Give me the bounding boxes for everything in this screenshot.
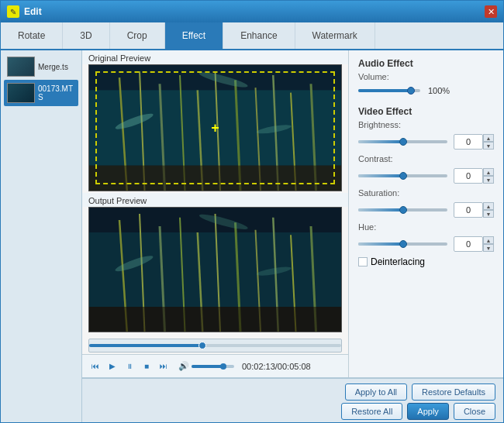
contrast-value[interactable]: 0: [454, 168, 483, 184]
apply-button[interactable]: Apply: [407, 403, 449, 420]
deinterlacing-checkbox[interactable]: [358, 257, 368, 267]
brightness-slider[interactable]: [358, 140, 447, 143]
bottom-row2: Restore All Apply Close: [82, 403, 503, 422]
saturation-label-row: Saturation:: [358, 188, 494, 198]
svg-rect-33: [89, 307, 341, 332]
deinterlacing-label: Deinterlacing: [371, 256, 425, 267]
main-window: ✎ Edit ✕ Rotate 3D Crop Effect Enhance W…: [0, 0, 504, 423]
output-video-content: [89, 208, 341, 332]
video-panels: Original Preview: [82, 50, 348, 377]
hue-up[interactable]: ▲: [483, 236, 494, 244]
original-video-frame: +: [88, 64, 342, 191]
video-effect-title: Video Effect: [358, 106, 494, 117]
volume-slider-row: 100%: [358, 86, 494, 95]
skip-to-end-button[interactable]: ⏭: [157, 359, 171, 373]
hue-spin: ▲ ▼: [483, 236, 494, 252]
saturation-up[interactable]: ▲: [483, 202, 494, 210]
saturation-value[interactable]: 0: [454, 202, 483, 218]
tabs-bar: Rotate 3D Crop Effect Enhance Watermark: [1, 22, 503, 50]
original-preview-section: Original Preview: [82, 50, 348, 193]
original-preview-label: Original Preview: [82, 50, 348, 64]
restore-defaults-button[interactable]: Restore Defaults: [412, 383, 495, 401]
original-video-content: +: [89, 65, 341, 191]
main-content: Original Preview: [82, 50, 503, 422]
tab-3d[interactable]: 3D: [63, 22, 109, 49]
hue-label-row: Hue:: [358, 222, 494, 232]
title-bar: ✎ Edit ✕: [1, 1, 503, 22]
file-item-merge[interactable]: Merge.ts: [4, 53, 78, 80]
output-preview-section: Output Preview: [82, 193, 348, 335]
deinterlacing-row: Deinterlacing: [358, 256, 494, 267]
volume-label: Volume:: [358, 72, 401, 81]
controls-bar: ⏮ ▶ ⏸ ■ ⏭ 🔊 00:02:13/00:05:08: [82, 354, 348, 377]
contrast-slider-row: 0 ▲ ▼: [358, 168, 494, 184]
brightness-value[interactable]: 0: [454, 134, 483, 150]
right-effects-panel: Audio Effect Volume: 100%: [348, 50, 503, 377]
saturation-down[interactable]: ▼: [483, 210, 494, 218]
tab-rotate[interactable]: Rotate: [1, 22, 63, 49]
bottom-row1: Apply to All Restore Defaults: [82, 379, 503, 403]
file-item-00173[interactable]: 00173.MTS: [4, 80, 78, 106]
volume-row: Volume:: [358, 72, 494, 81]
audio-effect-title: Audio Effect: [358, 58, 494, 69]
file-list: Merge.ts 00173.MTS: [1, 50, 82, 422]
volume-slider-track[interactable]: [358, 89, 420, 92]
file-name-merge: Merge.ts: [38, 63, 68, 71]
brightness-slider-row: 0 ▲ ▼: [358, 134, 494, 150]
contrast-slider[interactable]: [358, 174, 447, 177]
saturation-slider[interactable]: [358, 208, 447, 212]
contrast-down[interactable]: ▼: [483, 176, 494, 184]
volume-icon: 🔊: [178, 361, 189, 371]
hue-slider-row: 0 ▲ ▼: [358, 236, 494, 252]
output-video-frame: [88, 207, 342, 332]
bottom-bar: Apply to All Restore Defaults Restore Al…: [82, 377, 503, 422]
volume-value: 100%: [428, 86, 455, 95]
contrast-up[interactable]: ▲: [483, 168, 494, 176]
contrast-input-group: 0 ▲ ▼: [454, 168, 494, 184]
volume-slider[interactable]: [192, 365, 234, 368]
hue-value[interactable]: 0: [454, 236, 483, 252]
brightness-label-row: Brightness:: [358, 120, 494, 129]
hue-slider[interactable]: [358, 242, 447, 246]
hue-label: Hue:: [358, 222, 401, 232]
contrast-spin: ▲ ▼: [483, 168, 494, 184]
content-area: Merge.ts 00173.MTS Original Preview: [1, 50, 503, 422]
saturation-label: Saturation:: [358, 188, 401, 198]
close-dialog-button[interactable]: Close: [454, 403, 495, 420]
timeline-bar[interactable]: [88, 339, 342, 352]
audio-effect-section: Audio Effect Volume: 100%: [358, 58, 494, 100]
hue-down[interactable]: ▼: [483, 244, 494, 252]
app-icon: ✎: [7, 5, 19, 18]
hue-input-group: 0 ▲ ▼: [454, 236, 494, 252]
volume-control: 🔊: [178, 361, 234, 371]
saturation-slider-row: 0 ▲ ▼: [358, 202, 494, 218]
file-thumb-00173: [7, 83, 35, 103]
play-button[interactable]: ▶: [105, 359, 119, 373]
file-name-00173: 00173.MTS: [38, 84, 75, 101]
video-effect-section: Video Effect Brightness: 0: [358, 106, 494, 267]
preview-area: Original Preview: [82, 50, 503, 377]
apply-to-all-button[interactable]: Apply to All: [345, 383, 407, 401]
tab-crop[interactable]: Crop: [110, 22, 165, 49]
brightness-spin: ▲ ▼: [483, 134, 494, 150]
saturation-spin: ▲ ▼: [483, 202, 494, 218]
brightness-input-group: 0 ▲ ▼: [454, 134, 494, 150]
brightness-up[interactable]: ▲: [483, 134, 494, 142]
close-button[interactable]: ✕: [485, 5, 497, 18]
tab-watermark[interactable]: Watermark: [295, 22, 375, 49]
output-preview-label: Output Preview: [82, 193, 348, 207]
skip-to-start-button[interactable]: ⏮: [88, 359, 102, 373]
file-thumb-merge: [7, 57, 35, 77]
contrast-label: Contrast:: [358, 154, 401, 163]
window-title: Edit: [24, 6, 485, 17]
brightness-label: Brightness:: [358, 120, 401, 129]
stop-button[interactable]: ■: [140, 359, 154, 373]
time-display: 00:02:13/00:05:08: [242, 362, 311, 371]
brightness-down[interactable]: ▼: [483, 142, 494, 150]
contrast-label-row: Contrast:: [358, 154, 494, 163]
tab-enhance[interactable]: Enhance: [223, 22, 295, 49]
pause-button[interactable]: ⏸: [123, 359, 136, 373]
restore-all-button[interactable]: Restore All: [341, 403, 402, 420]
saturation-input-group: 0 ▲ ▼: [454, 202, 494, 218]
tab-effect[interactable]: Effect: [165, 22, 223, 49]
